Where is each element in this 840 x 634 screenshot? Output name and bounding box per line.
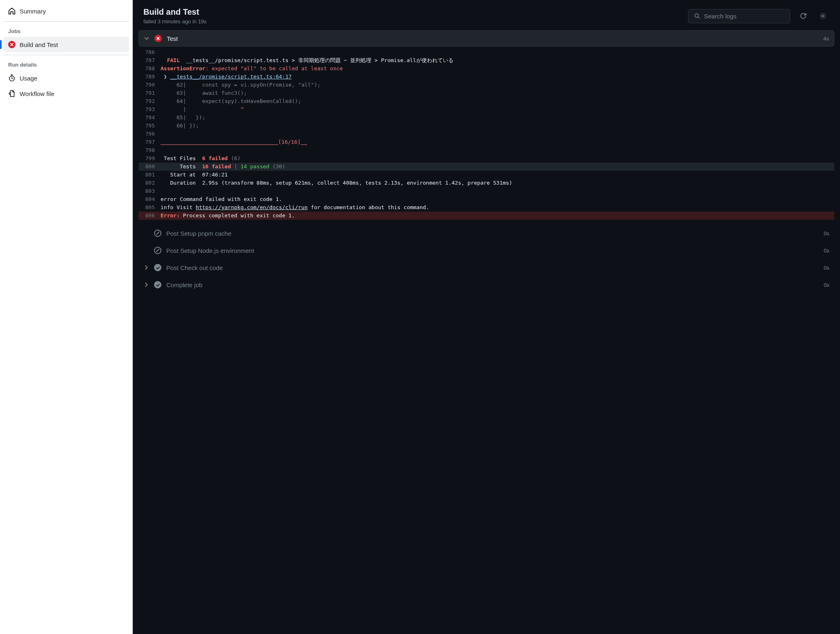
jobs-heading: Jobs bbox=[3, 24, 129, 37]
log-line[interactable]: 796 bbox=[139, 130, 834, 138]
log-content: 66| }); bbox=[161, 122, 834, 130]
log-lines[interactable]: 786787 FAIL __tests__/promise/script.tes… bbox=[139, 47, 834, 224]
log-content: info Visit https://yarnpkg.com/en/docs/c… bbox=[161, 203, 834, 212]
log-line[interactable]: 795 66| }); bbox=[139, 122, 834, 130]
log-line[interactable]: 800 Tests 16 failed | 14 passed (30) bbox=[139, 163, 834, 171]
log-lineno: 803 bbox=[139, 187, 161, 195]
step-test: Test 4s 786787 FAIL __tests__/promise/sc… bbox=[139, 30, 834, 224]
fail-icon bbox=[8, 41, 16, 48]
log-line[interactable]: 799 Test Files 6 failed (6) bbox=[139, 154, 834, 163]
log-lineno: 805 bbox=[139, 203, 161, 212]
log-lineno: 798 bbox=[139, 146, 161, 154]
job-label: Build and Test bbox=[20, 41, 58, 48]
search-icon bbox=[694, 13, 700, 19]
skip-icon bbox=[154, 230, 161, 237]
log-content: 62| const spy = vi.spyOn(Promise, "all")… bbox=[161, 81, 834, 89]
log-line[interactable]: 798 bbox=[139, 146, 834, 154]
step-collapsed: Post Setup Node.js environment0s bbox=[139, 243, 834, 258]
log-content: 63| await func3(); bbox=[161, 89, 834, 97]
step-header-test[interactable]: Test 4s bbox=[139, 30, 834, 47]
log-lineno: 804 bbox=[139, 195, 161, 203]
log-body[interactable]: Test 4s 786787 FAIL __tests__/promise/sc… bbox=[133, 30, 840, 634]
sidebar-item-workflow-file[interactable]: Workflow file bbox=[3, 86, 129, 101]
log-line[interactable]: 797⎯⎯⎯⎯⎯⎯⎯⎯⎯⎯⎯⎯⎯⎯⎯⎯⎯⎯⎯⎯⎯⎯⎯⎯⎯⎯⎯⎯⎯⎯⎯⎯⎯⎯⎯⎯[… bbox=[139, 138, 834, 146]
log-content: FAIL __tests__/promise/script.test.ts > … bbox=[161, 56, 834, 65]
refresh-icon bbox=[800, 12, 807, 20]
log-content bbox=[161, 48, 834, 56]
log-lineno: 792 bbox=[139, 97, 161, 105]
log-lineno: 795 bbox=[139, 122, 161, 130]
log-line[interactable]: 790 62| const spy = vi.spyOn(Promise, "a… bbox=[139, 81, 834, 89]
workflow-file-label: Workflow file bbox=[20, 90, 54, 97]
search-input[interactable] bbox=[704, 13, 784, 20]
sidebar-item-usage[interactable]: Usage bbox=[3, 70, 129, 86]
log-line[interactable]: 787 FAIL __tests__/promise/script.test.t… bbox=[139, 56, 834, 65]
step-collapsed: Post Check out code0s bbox=[139, 260, 834, 275]
log-line[interactable]: 805info Visit https://yarnpkg.com/en/doc… bbox=[139, 203, 834, 212]
svg-point-2 bbox=[822, 15, 824, 17]
log-line[interactable]: 806Error: Process completed with exit co… bbox=[139, 212, 834, 220]
step-collapsed: Post Setup pnpm cache0s bbox=[139, 225, 834, 241]
step-header[interactable]: Complete job0s bbox=[139, 277, 834, 292]
skip-icon bbox=[154, 247, 161, 254]
step-collapsed: Complete job0s bbox=[139, 277, 834, 292]
header: Build and Test failed 3 minutes ago in 1… bbox=[133, 0, 840, 30]
step-title: Complete job bbox=[166, 281, 819, 288]
step-header[interactable]: Post Setup Node.js environment0s bbox=[139, 243, 834, 258]
log-line[interactable]: 788AssertionError: expected "all" to be … bbox=[139, 65, 834, 73]
step-duration: 0s bbox=[824, 282, 829, 288]
log-lineno: 802 bbox=[139, 179, 161, 187]
log-content: error Command failed with exit code 1. bbox=[161, 195, 834, 203]
check-icon bbox=[154, 264, 161, 271]
chevron-right-icon bbox=[143, 265, 149, 270]
log-line[interactable]: 792 64| expect(spy).toHaveBeenCalled(); bbox=[139, 97, 834, 105]
fail-icon bbox=[154, 35, 162, 42]
log-lineno: 796 bbox=[139, 130, 161, 138]
log-content bbox=[161, 187, 834, 195]
search-logs-box[interactable] bbox=[688, 9, 790, 23]
divider bbox=[3, 55, 129, 55]
log-lineno: 786 bbox=[139, 48, 161, 56]
stopwatch-icon bbox=[8, 74, 16, 82]
log-line[interactable]: 804error Command failed with exit code 1… bbox=[139, 195, 834, 203]
sidebar-item-summary[interactable]: Summary bbox=[3, 3, 129, 19]
step-header[interactable]: Post Check out code0s bbox=[139, 260, 834, 275]
chevron-down-icon bbox=[144, 36, 150, 41]
step-title: Post Setup Node.js environment bbox=[166, 247, 819, 254]
log-lineno: 790 bbox=[139, 81, 161, 89]
chevron-right-icon bbox=[143, 282, 149, 288]
log-lineno: 788 bbox=[139, 65, 161, 73]
log-lineno: 793 bbox=[139, 105, 161, 114]
step-header[interactable]: Post Setup pnpm cache0s bbox=[139, 225, 834, 241]
log-line[interactable]: 803 bbox=[139, 187, 834, 195]
log-lineno: 800 bbox=[139, 163, 161, 171]
log-line[interactable]: 791 63| await func3(); bbox=[139, 89, 834, 97]
sidebar-item-job-build-test[interactable]: Build and Test bbox=[3, 37, 129, 52]
log-line[interactable]: 789 ❯ __tests__/promise/script.test.ts:6… bbox=[139, 73, 834, 81]
log-content: Tests 16 failed | 14 passed (30) bbox=[161, 163, 834, 171]
usage-label: Usage bbox=[20, 75, 37, 82]
log-lineno: 801 bbox=[139, 171, 161, 179]
log-lineno: 799 bbox=[139, 154, 161, 163]
log-line[interactable]: 802 Duration 2.95s (transform 88ms, setu… bbox=[139, 179, 834, 187]
sidebar: Summary Jobs Build and Test Run details … bbox=[0, 0, 133, 634]
summary-label: Summary bbox=[20, 8, 46, 15]
workflow-file-icon bbox=[8, 90, 16, 97]
settings-button[interactable] bbox=[816, 9, 829, 22]
step-duration: 0s bbox=[824, 230, 829, 237]
svg-point-1 bbox=[695, 14, 699, 18]
log-lineno: 806 bbox=[139, 212, 161, 220]
log-line[interactable]: 801 Start at 07:46:21 bbox=[139, 171, 834, 179]
log-line[interactable]: 786 bbox=[139, 48, 834, 56]
step-duration: 0s bbox=[824, 248, 829, 254]
log-line[interactable]: 794 65| }); bbox=[139, 114, 834, 122]
refresh-button[interactable] bbox=[797, 9, 810, 22]
log-lineno: 794 bbox=[139, 114, 161, 122]
log-lineno: 791 bbox=[139, 89, 161, 97]
step-duration: 0s bbox=[824, 265, 829, 271]
step-title: Post Setup pnpm cache bbox=[166, 230, 819, 237]
run-details-heading: Run details bbox=[3, 58, 129, 70]
log-line[interactable]: 793 | ^ bbox=[139, 105, 834, 114]
step-title: Post Check out code bbox=[166, 264, 819, 271]
log-content: 64| expect(spy).toHaveBeenCalled(); bbox=[161, 97, 834, 105]
